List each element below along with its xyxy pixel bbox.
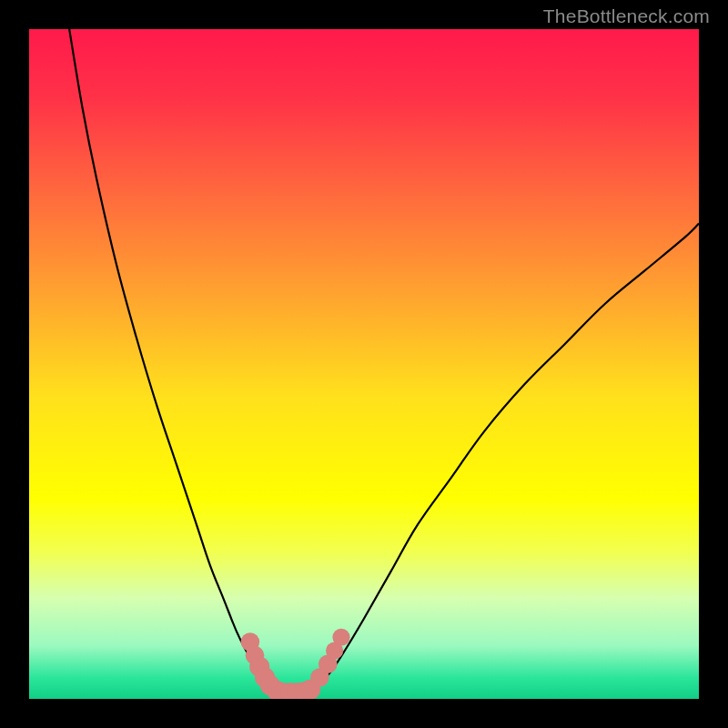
- curve-left-branch: [69, 29, 277, 693]
- chart-svg: [29, 29, 699, 699]
- chart-plot-area: [29, 29, 699, 699]
- chart-frame: TheBottleneck.com: [0, 0, 728, 728]
- threshold-marker: [332, 629, 349, 646]
- watermark-text: TheBottleneck.com: [543, 5, 710, 27]
- threshold-markers: [241, 629, 350, 699]
- curve-right-branch: [310, 223, 699, 692]
